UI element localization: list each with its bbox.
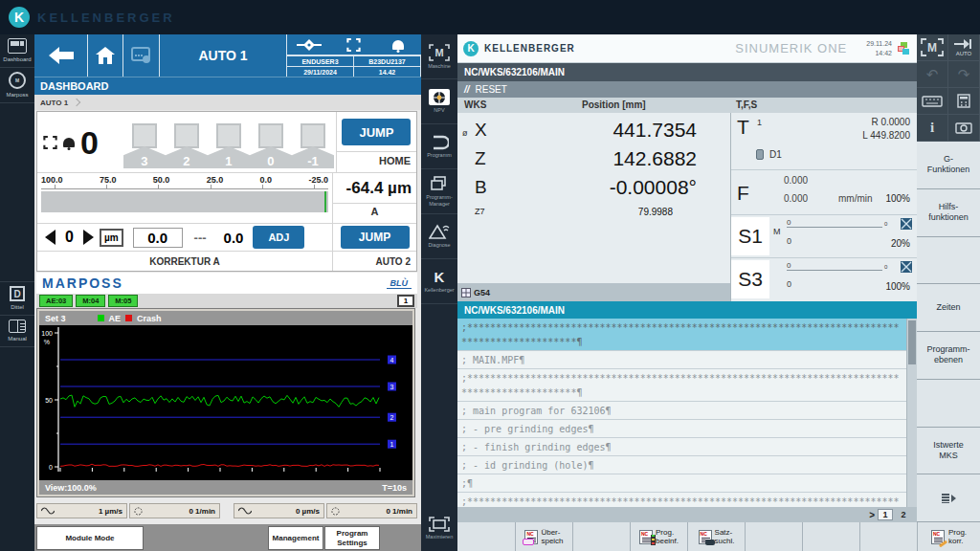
editor-line[interactable]: ;***************************************… [457,369,906,402]
info-button[interactable]: i [917,115,948,142]
editor-line[interactable]: ;¶ [457,474,906,493]
machine-area-button[interactable]: M [917,34,948,61]
auto-mode-button[interactable]: AUTO [948,34,980,61]
screenshot-button[interactable] [948,115,980,142]
nav-diagnose[interactable]: Diagnose [421,214,457,259]
badge-m05[interactable]: M:05 [108,295,138,307]
sidebar-item-marposs[interactable]: M Marposs [0,68,34,103]
badge-ae[interactable]: AE:03 [39,295,73,307]
chevron-right-icon [73,99,80,106]
scrollbar-thumb[interactable] [908,320,916,364]
pager-page-2[interactable]: 2 [896,510,911,519]
set-label: Set 3 [45,314,66,323]
korrektur-caption: KORREKTUR A [37,256,332,267]
softkey-empty[interactable] [917,237,980,285]
editor-line[interactable]: ; - id grinding (hole)¶ [457,456,906,474]
dial-icon [134,507,143,516]
softkey-hilfsfunktionen[interactable]: Hilfs- funktionen [917,189,980,237]
nav-maschine[interactable]: M Maschine [421,34,457,79]
sinumerik-nav-strip: M Maschine NPV Programm Programm- Manage… [421,34,457,551]
channel-state: RESET [476,84,507,95]
home-button[interactable] [88,34,123,77]
machine-settings-button[interactable] [123,34,160,77]
rate-meter-2: 0 µm/s [234,503,324,518]
editor-line[interactable]: ;***************************************… [457,493,906,507]
softkey-g-funktionen[interactable]: G- Funktionen [917,142,980,189]
marker-3[interactable]: 3 [123,123,166,168]
sidebar-item-dittel[interactable]: D Dittel [0,281,34,316]
svg-text:%: % [44,339,50,345]
program-settings-button[interactable]: Program Settings [324,526,380,550]
page-title: DASHBOARD [34,77,421,95]
editor-line[interactable]: ; - finish grinding edges¶ [457,438,906,456]
bell-icon[interactable] [376,34,421,55]
position-header: Position [mm] [582,99,646,110]
softkey-empty[interactable] [745,522,802,551]
nav-programm[interactable]: Programm [421,124,457,169]
softkey-prog-beeinflussung[interactable]: Prog. beeinf. [630,522,687,551]
unit-box[interactable]: µm [100,229,123,247]
back-button[interactable] [34,34,88,77]
nav-programm-manager[interactable]: Programm- Manager [421,169,457,214]
softkey-prog-korr[interactable]: Prog. korr. [917,522,980,551]
marker-0[interactable]: 0 [250,123,292,168]
marker-2[interactable]: 2 [166,123,208,168]
right-rail: M AUTO ↶ ↷ i G- Funktionen Hilfs- funkti… [917,34,980,551]
tfs-header: T,F,S [736,99,757,110]
editor-line[interactable]: ;***************************************… [457,319,906,351]
softkey-empty[interactable] [457,522,515,551]
increment-arrow[interactable] [83,230,94,245]
softkey-zeiten[interactable]: Zeiten [917,284,980,332]
chart-footer: View:100.0% T=10s [39,480,412,495]
pager-arrow[interactable]: > [869,510,875,520]
program-path-bar: NC/WKS/632106/MAIN [457,63,917,81]
nav-npv[interactable]: NPV [421,79,457,124]
management-button[interactable]: Management [268,526,323,550]
undo-button[interactable]: ↶ [917,61,948,88]
frame-icon[interactable] [332,34,377,55]
program-editor[interactable]: ;***************************************… [457,319,917,507]
ae-legend-swatch [98,315,104,321]
tfs-column: T 1 R 0.0000 L 449.8200 D1 F 0.000 0.000… [730,113,917,301]
vertical-softkeys: G- Funktionen Hilfs- funktionen Zeiten P… [917,142,980,522]
editor-line[interactable]: ; - pre grinding edges¶ [457,420,906,438]
softkey-ueberspeichern[interactable]: Über- speich [515,522,572,551]
keyboard-button[interactable] [917,88,948,115]
breadcrumb-item[interactable]: AUTO 1 [40,99,68,107]
auto-label: AUTO [956,51,972,56]
redo-button[interactable]: ↷ [948,61,980,88]
mode-label: AUTO 1 [160,34,287,77]
editor-line[interactable]: ; MAIN.MPF¶ [457,351,906,369]
softkey-empty[interactable] [572,522,630,551]
chart-page-box[interactable]: 1 [397,295,414,307]
softkey-menu-extension[interactable] [917,474,980,522]
decrement-arrow[interactable] [45,230,56,245]
svg-text:M: M [434,47,443,58]
marker-1[interactable]: 1 [208,123,250,168]
marker-neg1[interactable]: -1 [292,123,334,168]
g54-bar[interactable]: G54 [457,283,730,301]
softkey-empty[interactable] [917,380,980,428]
workpiece-icon[interactable] [287,34,332,55]
sidebar-item-manual[interactable]: Manual [0,316,34,347]
pager-page-1[interactable]: 1 [878,509,893,520]
nav-kellenberger[interactable]: K Kellenberger [421,259,457,304]
editor-scrollbar[interactable] [906,319,917,507]
softkey-satzsuchlauf[interactable]: Satz- suchl. [687,522,745,551]
editor-line[interactable]: ; main program for 632106¶ [457,402,906,420]
calculator-button[interactable] [948,88,980,115]
marposs-bar: MARPOSS BLÙ [36,273,417,294]
softkey-istwerte-mks[interactable]: Istwerte MKS [917,428,980,475]
date-label: 29.11.24 [866,39,892,48]
softkey-empty[interactable] [859,522,917,551]
sidebar-item-dashboard[interactable]: Dashboard [0,34,34,68]
softkey-programmebenen[interactable]: Programm- ebenen [917,332,980,380]
module-mode-button[interactable]: Module Mode [36,526,144,550]
badge-m04[interactable]: M:04 [76,295,105,307]
jump-button-2[interactable]: JUMP [341,226,410,249]
offset-input[interactable]: 0.0 [133,228,183,248]
jump-button[interactable]: JUMP [342,119,411,145]
softkey-empty[interactable] [802,522,859,551]
adj-button[interactable]: ADJ [253,226,304,249]
nav-maximieren[interactable]: Maximieren [421,505,457,551]
